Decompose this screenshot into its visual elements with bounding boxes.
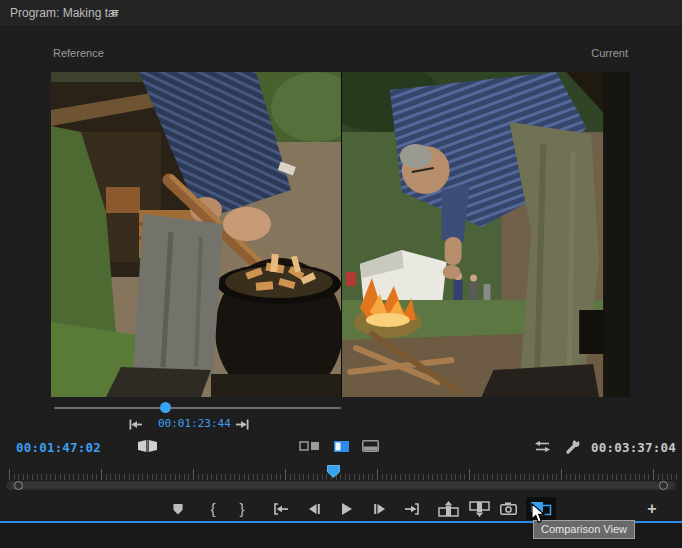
mark-out-button[interactable]: } (229, 497, 255, 520)
step-forward-button[interactable] (367, 497, 393, 520)
play-button[interactable] (333, 497, 359, 520)
duration-timecode: 00:03:37:04 (591, 440, 676, 455)
playhead-marker[interactable] (327, 464, 340, 482)
zoom-scrollbar[interactable] (6, 481, 676, 490)
lift-icon (438, 501, 459, 517)
playhead-icon (327, 465, 340, 478)
lift-button[interactable] (435, 497, 461, 520)
zoom-scrollbar-thumb[interactable] (10, 482, 672, 489)
mark-out-icon: } (239, 501, 244, 516)
panel-title: Program: Making tar (10, 0, 119, 26)
go-to-in-icon (272, 503, 289, 515)
panel-titlebar: Program: Making tar ≡ (0, 0, 682, 27)
extract-icon (469, 501, 490, 517)
ruler-major-ticks (9, 469, 678, 480)
vertical-split-icon (334, 441, 349, 452)
tooltip: Comparison View (533, 520, 635, 539)
add-marker-button[interactable] (165, 497, 191, 520)
go-to-out-button[interactable] (399, 497, 425, 520)
step-back-button[interactable] (301, 497, 327, 520)
comparison-book-button[interactable] (136, 437, 158, 455)
reference-frame-slider-handle[interactable] (160, 402, 171, 413)
reference-frame-slider-track[interactable] (54, 407, 341, 409)
mark-in-button[interactable]: { (200, 497, 226, 520)
cursor-arrow-icon (531, 503, 546, 524)
next-edit-icon (235, 419, 250, 430)
previous-edit-button[interactable] (126, 417, 144, 431)
vertical-split-mode-button[interactable] (333, 437, 349, 455)
export-frame-button[interactable] (495, 497, 521, 520)
mark-in-icon: { (210, 501, 215, 516)
panel-menu-icon[interactable]: ≡ (111, 0, 119, 26)
swap-sides-icon (534, 440, 551, 453)
reference-video-frame (51, 72, 341, 397)
go-to-in-button[interactable] (267, 497, 293, 520)
button-editor-icon: + (647, 501, 656, 517)
comparison-book-icon (137, 439, 158, 453)
zoom-scrollbar-right-handle[interactable] (659, 481, 668, 490)
position-timecode[interactable]: 00:01:47:02 (16, 440, 101, 455)
swap-sides-button[interactable] (533, 437, 551, 455)
extract-button[interactable] (466, 497, 492, 520)
button-editor-button[interactable]: + (639, 497, 665, 520)
previous-edit-icon (128, 419, 143, 430)
program-monitor-panel: Program: Making tar ≡ Reference Current (0, 0, 682, 548)
reference-label: Reference (53, 47, 104, 59)
settings-button[interactable] (564, 437, 581, 455)
add-marker-icon (172, 503, 184, 515)
comparison-video-area (51, 72, 630, 397)
current-scene-lighting-fire (342, 72, 630, 397)
timeline-ruler[interactable] (0, 464, 682, 480)
reference-timecode[interactable]: 00:01:23:44 (158, 417, 224, 430)
current-label: Current (591, 47, 628, 59)
current-video-frame (341, 72, 630, 397)
mouse-cursor (531, 503, 546, 528)
step-back-icon (307, 503, 321, 515)
play-icon (340, 502, 353, 516)
export-frame-icon (500, 502, 517, 515)
go-to-out-icon (404, 503, 421, 515)
settings-wrench-icon (565, 439, 580, 454)
side-by-side-icon (299, 441, 320, 451)
horizontal-split-mode-button[interactable] (361, 437, 379, 455)
zoom-scrollbar-left-handle[interactable] (14, 481, 23, 490)
side-by-side-mode-button[interactable] (298, 437, 320, 455)
tooltip-text: Comparison View (541, 523, 627, 535)
step-forward-icon (373, 503, 387, 515)
reference-scene-chopping-wood (51, 72, 341, 397)
horizontal-split-icon (362, 440, 379, 452)
next-edit-button[interactable] (233, 417, 251, 431)
